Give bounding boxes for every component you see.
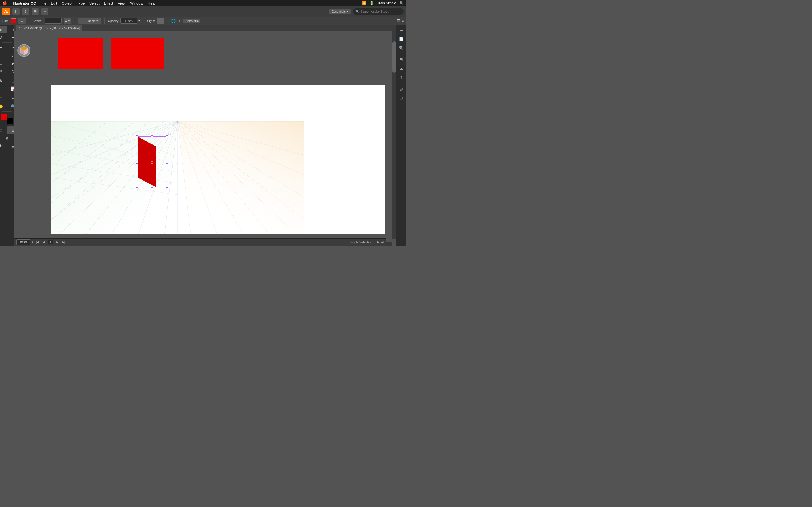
handle-top-left[interactable] [136,135,138,137]
draw-inside-mode[interactable]: ⊟ [7,126,14,134]
search-stock-field[interactable]: 🔍 Search Adobe Stock [353,8,404,15]
handle-middle-left[interactable] [136,162,138,164]
warp-tool[interactable]: ↺ [0,34,7,41]
collapse-icon[interactable]: ◀ [381,240,384,244]
menu-icon[interactable]: ≡ [402,19,404,23]
perspective-icon [17,43,31,57]
panel-links[interactable]: ⊡ [397,94,405,102]
gradient-mode[interactable]: ▩ [1,134,13,142]
hand-tool[interactable]: ✋ [0,103,7,110]
color-mode[interactable]: ■ [0,134,1,142]
shaper-tool[interactable]: ◇ [7,67,14,75]
zoom-input[interactable]: 100% [16,239,31,245]
bridge-btn[interactable]: Br [12,8,20,15]
color-swatches[interactable] [1,114,13,124]
chart-tool[interactable]: 📊 [7,85,14,93]
vertical-scrollbar[interactable] [393,31,396,239]
menu-effect[interactable]: Effect [104,1,113,5]
transform-btn[interactable]: Transform [183,19,200,23]
separator3 [104,18,105,24]
list-view-icon[interactable]: ☰ [397,19,400,23]
canvas-area[interactable]: ✕ Gift Box.ai* @ 100% (RGB/GPU Preview) [14,25,396,245]
page-number[interactable]: 1 [48,240,53,244]
essentials-button[interactable]: Essentials ▾ [329,9,351,14]
opacity-input[interactable]: 100% [120,18,137,24]
globe-icon[interactable]: 🌐 [171,18,175,23]
rotation-handle[interactable] [168,133,170,135]
stroke-stepper-up[interactable]: ▲▼ [64,18,71,24]
menu-help[interactable]: Help [148,1,155,5]
handle-bottom-middle[interactable] [151,187,153,189]
star-btn[interactable]: ✦ [41,8,49,15]
stock-btn[interactable]: St [22,8,29,15]
panel-properties[interactable]: 📄 [397,35,405,43]
magic-wand-tool[interactable]: ✦ [7,34,14,41]
menu-type[interactable]: Type [77,1,85,5]
menu-view[interactable]: View [118,1,126,5]
handle-middle-right[interactable] [166,162,168,164]
menu-object[interactable]: Object [62,1,72,5]
menu-window[interactable]: Window [130,1,143,5]
apple-menu[interactable]: 🍎 [2,1,7,5]
style-swatch[interactable] [157,18,164,24]
prev-frame-btn[interactable]: ◀ [42,240,46,244]
transform-grid-icon[interactable]: ⊞ [178,19,181,23]
panel-libraries[interactable]: ☁ [397,64,405,72]
panel-export[interactable]: ⬆ [397,73,405,81]
line-tool[interactable]: / [7,52,14,59]
handle-top-middle[interactable] [151,135,153,137]
measure-tool[interactable]: ◎ [7,142,14,150]
fill-swatch[interactable] [1,114,7,120]
art-board-tool[interactable]: ⊡ [1,152,13,159]
type-tool[interactable]: T [0,52,7,59]
distribute-icon[interactable]: ⊟ [208,19,211,23]
align-icon[interactable]: ⊡ [203,19,206,23]
panel-layers[interactable]: ⊞ [397,55,405,63]
selection-tool[interactable]: ▶ [0,26,7,33]
search-menu-icon[interactable]: 🔍 [400,1,404,5]
stroke-value-input[interactable] [45,18,62,24]
zoom-control: 100% ▾ [16,239,33,245]
fill-color-swatch[interactable] [11,18,16,23]
panel-cc-libraries[interactable]: ☁ [397,26,405,34]
rectangle-tool[interactable]: □ [0,59,7,67]
eye-dropper-tool[interactable]: 👁 [0,142,7,150]
stroke-style-select[interactable]: —— Basic ▾ [79,18,101,24]
zoom-tool[interactable]: 🔍 [7,103,14,110]
scissors-tool[interactable]: ✂ [7,95,14,102]
curvature-tool[interactable]: ~ [7,44,14,51]
free-transform-tool[interactable]: ⊞ [0,85,7,93]
stroke-swatch[interactable] [7,118,13,124]
normal-mode[interactable]: ⊡ [0,126,7,134]
pencil-tool[interactable]: ✏ [0,67,7,75]
vertical-scrollbar-thumb[interactable] [393,41,396,73]
next-frame-btn[interactable]: ▶ [55,240,59,244]
handle-bottom-left[interactable] [136,187,138,189]
panel-search[interactable]: 🔍 [397,44,405,52]
expand-icon[interactable]: ▶ [377,240,379,244]
paintbrush-tool[interactable]: 🖌 [7,59,14,67]
rotate-tool[interactable]: ↻ [0,77,7,84]
pen-tool[interactable]: ✒ [0,44,7,51]
menu-file[interactable]: File [40,1,46,5]
scale-tool[interactable]: ⊡ [7,77,14,84]
panel-art-styles[interactable]: ◎ [397,85,405,93]
document-tab[interactable]: ✕ Gift Box.ai* @ 100% (RGB/GPU Preview) [16,25,82,31]
menu-edit[interactable]: Edit [51,1,57,5]
menu-select[interactable]: Select [89,1,99,5]
direct-selection-tool[interactable]: ▷ [7,26,14,33]
grid-btn[interactable]: ⊞ [32,8,39,15]
handle-bottom-right[interactable] [166,187,168,189]
opacity-control: Opacity: 100% ▾ [108,18,140,24]
prev-page-btn[interactable]: |◀ [36,240,40,244]
stroke-mode-btn[interactable]: ⊡ [18,18,26,24]
eraser-tool[interactable]: ◻ [0,95,7,102]
close-icon[interactable]: ✕ [18,26,21,29]
grid-view-icon[interactable]: ⊞ [393,19,395,23]
search-stock-placeholder: Search Adobe Stock [360,10,389,13]
wifi-icon: 📶 [362,1,366,5]
handle-top-right[interactable] [166,135,168,137]
art-tools-row: 👁 ◎ [0,142,14,150]
next-page-btn[interactable]: ▶| [61,240,65,244]
path-label: Path [2,19,9,22]
